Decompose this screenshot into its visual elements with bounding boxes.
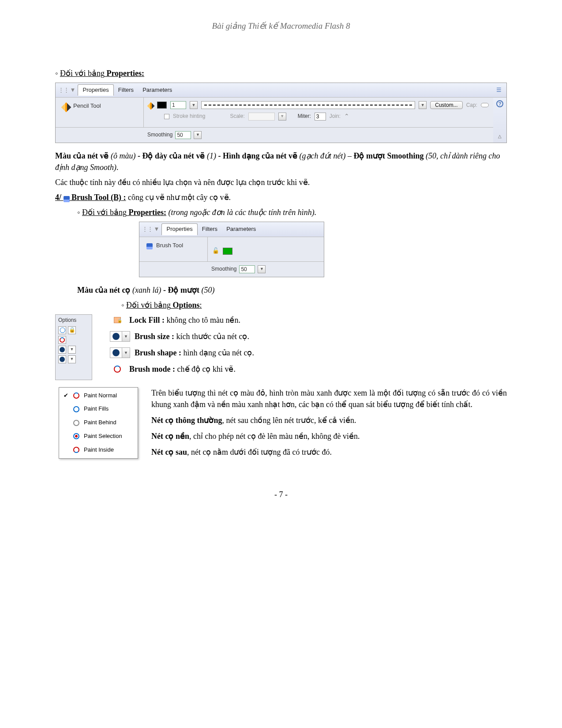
stroke-width-dropdown[interactable]: ▼ [190,101,198,109]
brush-props-sub: ◦ Đối với bảng Properties: (trong ngoặc … [77,207,507,218]
t: (50) [201,286,214,294]
paint-normal-icon [72,392,80,400]
brush-tool-heading: 4/ Brush Tool (B) : công cụ vẽ như một c… [55,192,507,203]
tool-name: Brush Tool [156,241,183,250]
brush-size-button[interactable] [58,346,66,354]
miter-label: Miter: [298,113,311,120]
smoothing-input[interactable] [239,265,255,273]
t: 4/ [55,193,64,202]
brush-mode-option-icon[interactable]: ◯ [58,326,66,334]
brush-icon [64,196,70,202]
tab-properties[interactable]: Properties [161,223,197,235]
brush-mode-item: Brush mode : chế độ cọ khi vẽ. [110,363,507,375]
fill-color-swatch[interactable] [223,248,232,255]
brush-size-item: ▼ Brush size : kích thước của nét cọ. [110,331,507,342]
menu-item-paint-selection[interactable]: Paint Selection [59,430,138,443]
stroke-style-dropdown[interactable]: ▼ [419,101,427,109]
stroke-color-icon [147,102,155,110]
paint-selection-icon [72,432,80,440]
brush-size-dropdown[interactable]: ▼ [68,346,76,354]
brush-mode-icon [110,364,125,374]
lock-fill-icon [110,315,125,325]
t: chế độ cọ khi vẽ. [175,365,236,373]
tab-properties[interactable]: Properties [78,84,113,96]
custom-button[interactable]: Custom... [430,101,462,109]
smoothing-label: Smoothing [147,131,172,139]
menu-item-paint-fills[interactable]: Paint Fills [59,402,138,416]
panel-grip-icon: ⋮⋮ ▼ [58,86,75,94]
t: : [199,301,202,309]
t: công cụ vẽ như một cây cọ vẽ. [126,193,231,202]
smoothing-dropdown[interactable]: ▼ [194,131,202,139]
smoothing-input[interactable] [175,131,191,139]
brush-props-desc: Màu của nét cọ (xanh lá) - Độ mượt (50) [77,284,507,296]
t: Nét cọ sau [151,448,187,456]
brush-mode-button[interactable] [58,336,66,344]
options-title: Options [58,317,89,324]
tab-filters[interactable]: Filters [114,85,138,96]
t: Nét cọ thông thường [151,416,222,425]
pencil-properties-panel: ⋮⋮ ▼ Properties Filters Parameters ☰ Pen… [55,83,507,143]
fill-icon: 🔓 [212,247,219,255]
panel-tabs: ⋮⋮ ▼ Properties Filters Parameters ☰ [56,83,506,98]
stroke-style-preview[interactable] [201,101,415,109]
t: (1) [207,151,216,160]
paint-behind-icon [72,419,80,427]
stroke-hinting-label: Stroke hinting [173,113,205,120]
t: Nét cọ nền [151,432,189,441]
collapse-icon[interactable]: △ [498,133,502,140]
t: Properties: [127,208,166,217]
t: , chỉ cho phép nét cọ đè lên màu nền, kh… [189,432,360,441]
bullet: ◦ [55,69,60,78]
stroke-hinting-checkbox[interactable] [164,114,169,119]
brush-shape-item: ▼ Brush shape : hình dạng của nét cọ. [110,347,507,358]
t: Brush shape : [135,348,181,357]
lock-fill-option-icon[interactable]: 🔒 [68,326,76,334]
stroke-width-input[interactable] [170,101,186,109]
t: . [116,163,119,172]
cap-label: Cap: [466,102,477,109]
bullet: ◦ [121,301,126,309]
stroke-color-swatch[interactable] [157,102,167,109]
menu-item-paint-normal[interactable]: ✔ Paint Normal [59,389,138,403]
scale-field[interactable] [248,113,275,121]
join-icon[interactable]: ⌃ [344,112,349,121]
menu-label: Paint Fills [84,405,109,413]
brush-mode-menu: ✔ Paint Normal Paint Fills Paint Behind … [59,387,138,459]
miter-input[interactable] [315,113,326,121]
tab-filters[interactable]: Filters [198,224,222,235]
cap-icon[interactable] [481,103,489,107]
p: Nét cọ nền, chỉ cho phép nét cọ đè lên m… [151,430,507,442]
pencil-icon [61,102,71,113]
t: (gạch đứt nét) [300,151,346,160]
t: hình dạng của nét cọ. [181,348,254,357]
scale-dropdown[interactable]: ▼ [278,113,286,121]
t: Đối với bảng [82,208,127,217]
tab-parameters[interactable]: Parameters [222,224,260,235]
panel-menu-icon[interactable]: ☰ [496,86,501,94]
smoothing-dropdown[interactable]: ▼ [258,265,266,273]
t: kích thước của nét cọ. [174,332,249,341]
t: Độ mượt Smoothing [353,151,426,160]
t: - Độ dày của nét vẽ [135,151,207,160]
tool-name: Pencil Tool [73,102,101,110]
menu-item-paint-behind[interactable]: Paint Behind [59,416,138,430]
t: không cho tô màu nền. [165,316,240,324]
menu-label: Paint Normal [84,392,117,400]
panel-grip-icon: ⋮⋮ ▼ [142,225,159,234]
join-label: Join: [330,113,341,120]
properties-intro: ◦ Đối với bảng Properties: [55,68,507,79]
t: - Độ mượt [161,286,201,294]
lock-fill-item: Lock Fill : không cho tô màu nền. [110,314,507,326]
brush-shape-dropdown[interactable]: ▼ [68,355,76,363]
panel-tabs: ⋮⋮ ▼ Properties Filters Parameters [139,222,324,237]
brush-shape-button[interactable] [58,355,66,363]
t: Lock Fill : [129,316,165,324]
t: (trong ngoặc đơn là các thuộc tính trên … [166,208,316,217]
t: Màu của nét vẽ [55,151,111,160]
t: Brush Tool (B) : [70,193,126,202]
tab-parameters[interactable]: Parameters [138,85,176,96]
menu-label: Paint Behind [84,419,116,427]
menu-item-paint-inside[interactable]: Paint Inside [59,443,138,457]
help-icon[interactable]: ? [496,100,503,107]
